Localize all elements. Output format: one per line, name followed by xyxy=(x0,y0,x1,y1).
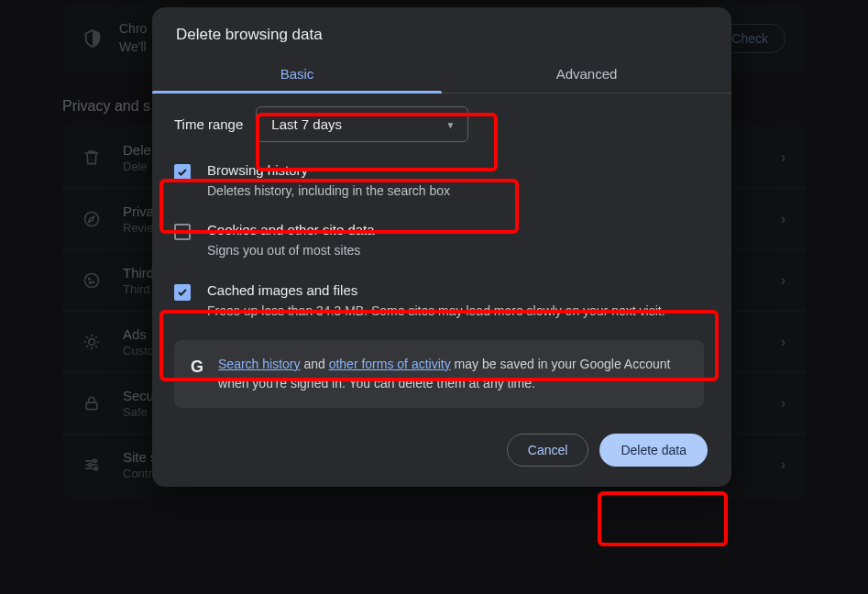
google-account-info: G Search history and other forms of acti… xyxy=(174,340,704,408)
cancel-button[interactable]: Cancel xyxy=(507,434,589,467)
option-sub: Deletes history, including in the search… xyxy=(207,182,450,200)
option-cache[interactable]: Cached images and files Frees up less th… xyxy=(167,271,708,331)
tab-basic[interactable]: Basic xyxy=(152,57,442,93)
link-search-history[interactable]: Search history xyxy=(218,357,300,371)
time-range-label: Time range xyxy=(174,116,243,132)
option-title: Browsing history xyxy=(207,162,450,178)
link-other-activity[interactable]: other forms of activity xyxy=(329,357,451,371)
checkbox-browsing-history[interactable] xyxy=(174,164,191,181)
option-title: Cookies and other site data xyxy=(207,222,375,237)
chevron-down-icon: ▼ xyxy=(445,119,455,129)
option-title: Cached images and files xyxy=(207,282,665,298)
option-sub: Signs you out of most sites xyxy=(207,241,375,259)
tab-advanced[interactable]: Advanced xyxy=(442,57,731,93)
time-range-value: Last 7 days xyxy=(271,116,342,132)
delete-data-button[interactable]: Delete data xyxy=(599,434,708,467)
dialog-title: Delete browsing data xyxy=(152,7,731,57)
delete-browsing-data-dialog: Delete browsing data Basic Advanced Time… xyxy=(152,7,731,487)
option-cookies[interactable]: Cookies and other site data Signs you ou… xyxy=(167,211,708,270)
dialog-tabs: Basic Advanced xyxy=(152,57,731,94)
checkbox-cookies[interactable] xyxy=(174,224,191,240)
google-logo-icon: G xyxy=(191,355,203,380)
time-range-select[interactable]: Last 7 days ▼ xyxy=(256,106,468,142)
option-browsing-history[interactable]: Browsing history Deletes history, includ… xyxy=(167,151,708,211)
option-sub: Frees up less than 34.3 MB. Some sites m… xyxy=(207,302,665,320)
checkbox-cache[interactable] xyxy=(174,284,191,301)
